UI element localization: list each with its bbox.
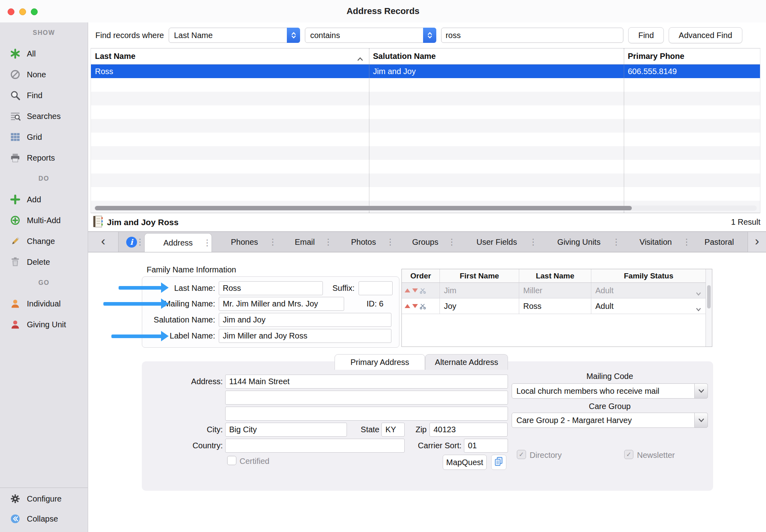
certified-checkbox[interactable] [227,456,236,465]
column-header-last-name[interactable]: Last Name [91,48,369,64]
mailing-code-select[interactable]: Local church members who receive mail [512,383,708,399]
scrollbar-thumb[interactable] [95,206,632,210]
column-header-primary-phone[interactable]: Primary Phone [624,48,760,64]
column-header-label: First Name [460,272,499,280]
find-operator-value: contains [310,31,340,40]
detail-area: Family Name Information Last Name: Suffi… [88,252,766,532]
checkmark-icon: ✓ [626,451,631,458]
split-scissors-icon[interactable] [419,287,426,294]
sidebar-item-configure[interactable]: Configure [0,489,88,509]
sidebar-item-searches[interactable]: Searches [0,106,88,127]
country-input[interactable] [225,439,405,453]
grid-icon [9,132,22,142]
members-scrollbar[interactable] [706,269,712,347]
care-group-label: Care Group [512,402,708,411]
member-order-cell [402,298,440,314]
tab-scroll-left-button[interactable]: ‹ [88,232,119,252]
sidebar-item-all[interactable]: All [0,43,88,64]
mailing-name-input[interactable] [219,297,344,311]
find-button[interactable]: Find [628,27,664,43]
column-separator [369,48,369,213]
sidebar-item-grid[interactable]: Grid [0,127,88,147]
sidebar-item-change[interactable]: Change [0,231,88,252]
carrier-sort-input[interactable] [464,439,508,453]
tab-address[interactable]: Address⋮ [144,233,212,252]
column-header-salutation-name[interactable]: Salutation Name [369,48,624,64]
family-members-table: Order First Name Last Name Family Status… [401,269,712,347]
state-label: State [350,425,379,434]
sidebar-item-reports[interactable]: Reports [0,147,88,168]
members-column-first-name: First Name [440,269,519,282]
sidebar-item-none[interactable]: None [0,64,88,85]
split-scissors-icon[interactable] [419,303,426,310]
tab-giving-units[interactable]: Giving Units⋮ [537,232,620,252]
results-header-row: Last Name Salutation Name Primary Phone [91,48,760,64]
address-line1-input[interactable] [225,375,508,389]
tab-alternate-address[interactable]: Alternate Address [425,354,508,370]
tab-pastoral[interactable]: Pastoral [691,232,748,252]
city-input[interactable] [225,423,347,437]
move-down-icon[interactable] [412,303,418,309]
scrollbar-thumb[interactable] [707,285,711,308]
newsletter-checkbox[interactable]: ✓ [624,450,633,459]
member-row[interactable]: Joy Ross Adult [402,298,712,314]
sidebar-item-label: Grid [27,133,42,142]
mapquest-button[interactable]: MapQuest [443,455,487,470]
address-line3-input[interactable] [225,407,508,421]
sidebar-item-individual[interactable]: Individual [0,293,88,314]
select-chevrons-icon [287,28,300,43]
care-group-select[interactable]: Care Group 2 - Margaret Harvey [512,413,708,428]
find-operator-select[interactable]: contains [305,28,436,43]
column-header-label: Primary Phone [628,52,684,61]
cell-primary-phone: 606.555.8149 [624,64,760,78]
sidebar-item-giving-unit[interactable]: Giving Unit [0,314,88,335]
result-row-selected[interactable]: Ross Jim and Joy 606.555.8149 [91,64,760,78]
sidebar-footer: Configure Collapse [0,488,88,532]
zip-input[interactable] [429,423,508,437]
address-line2-input[interactable] [225,391,508,405]
tab-email[interactable]: Email⋮ [277,232,333,252]
tab-user-fields[interactable]: User Fields⋮ [456,232,537,252]
results-table: Last Name Salutation Name Primary Phone … [91,48,760,213]
directory-checkbox[interactable]: ✓ [517,450,526,459]
suffix-label: Suffix: [310,284,355,293]
sidebar-section-do: DO [0,168,88,189]
family-status-select[interactable]: Adult [591,298,706,314]
sidebar-item-label: None [27,70,46,79]
sidebar-item-label: Delete [27,258,50,267]
tab-phones[interactable]: Phones⋮ [212,232,277,252]
sidebar-item-find[interactable]: Find [0,85,88,106]
plus-icon [9,194,22,205]
tab-groups[interactable]: Groups⋮ [395,232,456,252]
sidebar-item-add[interactable]: Add [0,189,88,210]
chevron-down-icon [696,304,701,313]
members-column-last-name: Last Name [519,269,591,282]
chevron-down-icon [694,413,708,428]
tab-primary-address[interactable]: Primary Address [335,354,425,370]
carrier-sort-label: Carrier Sort: [398,441,462,450]
copy-address-button[interactable] [491,455,506,470]
suffix-input[interactable] [359,281,393,295]
find-query-input[interactable] [441,28,623,43]
salutation-name-input[interactable] [219,313,391,327]
tab-info[interactable]: i ⋮ [119,232,144,252]
tab-separator-icon: ⋮ [269,237,277,247]
move-down-icon[interactable] [412,288,418,293]
last-name-input[interactable] [219,281,323,295]
move-up-icon[interactable] [404,303,411,309]
sidebar-item-multi-add[interactable]: Multi-Add [0,210,88,231]
tab-separator-icon: ⋮ [136,237,144,247]
move-up-icon[interactable] [404,288,411,293]
sidebar-item-collapse[interactable]: Collapse [0,509,88,529]
horizontal-scrollbar[interactable] [94,206,757,211]
tab-scroll-right-button[interactable]: › [748,232,766,252]
tab-visitation[interactable]: Visitation⋮ [621,232,691,252]
find-field-select[interactable]: Last Name [169,28,300,43]
sidebar-item-label: Giving Unit [27,320,66,329]
family-status-select[interactable]: Adult [591,283,706,298]
advanced-find-button[interactable]: Advanced Find [669,27,742,43]
tab-photos[interactable]: Photos⋮ [333,232,395,252]
sidebar-item-delete[interactable]: Delete [0,252,88,272]
member-row[interactable]: Jim Miller Adult [402,283,712,298]
label-name-input[interactable] [219,329,391,343]
